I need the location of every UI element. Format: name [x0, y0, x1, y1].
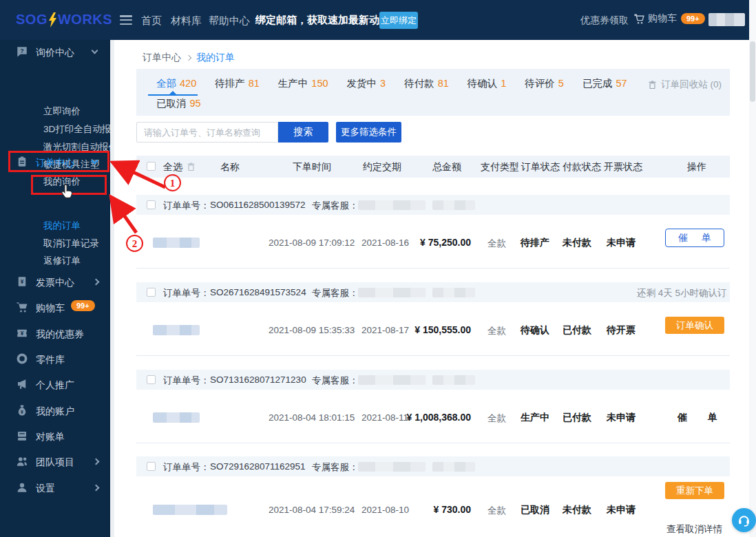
tab-shipping[interactable]: 发货中3	[347, 77, 386, 90]
order-checkbox[interactable]	[147, 375, 156, 384]
reorder-button[interactable]: 重新下单	[665, 482, 724, 499]
coupon-icon: ¥	[16, 327, 28, 342]
sidebar-item-laser-cut-quote[interactable]: 激光切割自动报价	[43, 141, 110, 154]
nav-cart-label: 购物车	[648, 12, 677, 25]
confirm-countdown: 还剩 4天 5小时确认订单	[633, 287, 727, 299]
sidebar-cart-badge: 99+	[71, 300, 95, 311]
tab-cancelled[interactable]: 已取消95	[156, 98, 201, 109]
person-icon	[16, 481, 28, 496]
tab-pending-scheduling[interactable]: 待排产81	[215, 77, 260, 90]
sidebar-item-my-account[interactable]: ¥ 我的账户	[0, 403, 110, 421]
urge-order-text-action[interactable]: 催 单	[678, 412, 717, 424]
tab-pending-payment[interactable]: 待付款81	[404, 77, 449, 90]
view-cancel-details-link[interactable]: 查看取消详情	[666, 523, 722, 536]
cs-name-redacted	[358, 462, 426, 472]
order-detail-row: 2021-08-09 15:35:33 2021-08-17 ¥ 150,555…	[136, 321, 730, 340]
order-amount: ¥ 730.00	[398, 504, 471, 515]
chevron-right-icon	[93, 279, 100, 286]
col-amount: 总金额	[432, 161, 461, 173]
sidebar-item-settings[interactable]: 设置	[0, 480, 110, 498]
sidebar-item-personal-promotion[interactable]: 个人推广	[0, 377, 110, 394]
nav-cart-badge: 99+	[681, 13, 705, 24]
sidebar-item-my-orders[interactable]: 我的订单	[43, 220, 81, 232]
hamburger-menu-icon[interactable]	[120, 15, 132, 25]
bind-now-button[interactable]: 立即绑定	[379, 12, 418, 29]
pay-type: 全款	[487, 238, 506, 250]
more-filters-button[interactable]: 更多筛选条件	[336, 122, 401, 143]
confirm-order-button[interactable]: 订单确认	[665, 317, 724, 334]
cs-name-redacted	[358, 375, 426, 385]
order-time: 2021-08-09 15:35:33	[269, 325, 355, 335]
tab-in-production[interactable]: 生产中150	[278, 77, 328, 90]
order-checkbox[interactable]	[147, 200, 156, 209]
order-no-label: 订单单号：	[163, 375, 210, 387]
tab-pending-review[interactable]: 待评价5	[525, 77, 564, 90]
cs-label: 专属客服：	[312, 375, 359, 387]
page-scrollbar-thumb[interactable]	[750, 41, 755, 102]
order-no-label: 订单单号：	[163, 200, 210, 212]
sidebar-item-inquiry-center[interactable]: ? 询价中心	[0, 44, 110, 62]
breadcrumb-my-orders[interactable]: 我的订单	[196, 52, 235, 64]
sidebar-item-3d-print-quote[interactable]: 3D打印全自动报价	[43, 123, 110, 136]
cs-name-redacted	[358, 200, 426, 210]
order-status-tabs: 全部420 待排产81 生产中150 发货中3 待付款81 待确认1 待评价5 …	[136, 69, 730, 116]
team-icon	[16, 455, 28, 470]
order-no-value[interactable]: SO7291628071162951	[210, 461, 306, 472]
invoice-status: 未申请	[604, 504, 638, 516]
order-name-redacted	[153, 325, 200, 335]
order-no-label: 订单单号：	[163, 461, 210, 474]
svg-text:?: ?	[20, 48, 23, 54]
order-recycle-bin[interactable]: 订单回收站 (0)	[647, 78, 722, 91]
order-amount: ¥ 150,555.00	[398, 324, 471, 335]
coupon-claim-link[interactable]: 优惠券领取	[580, 14, 629, 27]
order-no-value[interactable]: SO0611628500139572	[210, 200, 306, 210]
col-order-time: 下单时间	[293, 161, 331, 173]
order-no-label: 订单单号：	[163, 287, 210, 299]
breadcrumb-order-center[interactable]: 订单中心	[143, 52, 181, 64]
svg-text:¥: ¥	[21, 279, 24, 285]
page-scrollbar-track	[749, 0, 756, 537]
tab-all[interactable]: 全部420	[156, 77, 196, 90]
sidebar-item-cart[interactable]: 购物车 99+	[0, 299, 110, 317]
nav-help-center[interactable]: 帮助中心	[209, 14, 250, 28]
nav-home[interactable]: 首页	[141, 14, 162, 28]
sidebar-item-statement[interactable]: 对账单	[0, 428, 110, 446]
sidebar-item-invoice-center[interactable]	[0, 237, 110, 255]
chevron-down-icon	[92, 48, 98, 54]
order-time: 2021-08-04 17:59:24	[269, 505, 355, 515]
sidebar-item-team-projects[interactable]: 团队项目	[0, 454, 110, 472]
sidebar-item-parts-library[interactable]: 零件库	[0, 351, 110, 369]
order-status: 生产中	[518, 412, 552, 424]
select-all-checkbox[interactable]	[147, 162, 156, 171]
sidebar-item-inquire-now[interactable]: 立即询价	[43, 105, 81, 118]
sidebar-item-my-inquiries[interactable]: 我的询价	[43, 176, 81, 188]
order-status: 待确认	[518, 324, 552, 337]
sidebar-item-invoice-center[interactable]: ¥ 发票中心	[0, 274, 110, 292]
nav-material-library[interactable]: 材料库	[171, 14, 202, 28]
chevron-right-icon	[93, 459, 100, 465]
money-bag-icon: ¥	[16, 404, 28, 419]
customer-service-fab[interactable]	[732, 508, 756, 532]
pay-status: 已付款	[560, 412, 594, 424]
order-name-redacted	[153, 505, 227, 515]
order-no-value[interactable]: SO7131628071271230	[210, 375, 306, 385]
row-divider	[136, 268, 730, 268]
sidebar-item-my-coupons[interactable]: ¥ 我的优惠券	[0, 326, 110, 344]
order-time: 2021-08-04 18:01:15	[269, 412, 355, 423]
sidebar-item-order-center[interactable]: 订单中心	[0, 154, 110, 172]
order-checkbox[interactable]	[147, 288, 156, 297]
order-no-value[interactable]: SO2671628491573524	[210, 287, 306, 297]
urge-order-button[interactable]: 催 单	[665, 229, 724, 247]
tab-pending-confirmation[interactable]: 待确认1	[468, 77, 507, 90]
sidebar-item-repair-orders[interactable]: 返修订单	[43, 255, 81, 267]
invoice-status: 未申请	[604, 237, 638, 249]
bulk-delete-trash-icon[interactable]	[186, 162, 196, 172]
search-button[interactable]: 搜索	[278, 122, 328, 143]
order-search-input[interactable]	[136, 122, 278, 143]
user-account-redacted[interactable]	[708, 13, 745, 26]
col-name: 名称	[220, 161, 240, 173]
order-checkbox[interactable]	[147, 462, 156, 471]
nav-cart[interactable]: 购物车 99+	[633, 12, 705, 25]
order-time: 2021-08-09 17:09:12	[269, 238, 355, 248]
tab-completed[interactable]: 已完成57	[582, 77, 627, 90]
